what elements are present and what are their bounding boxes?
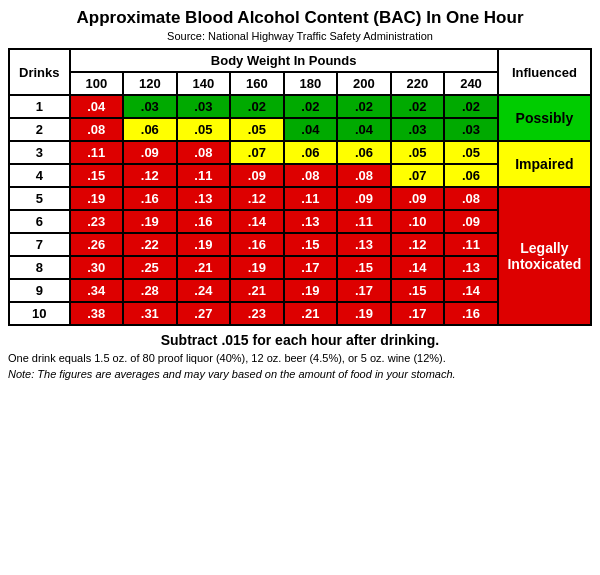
bac-value: .16: [177, 210, 231, 233]
bac-value: .09: [123, 141, 177, 164]
header-influenced: Influenced: [498, 49, 591, 95]
bac-value: .02: [444, 95, 498, 118]
drink-number: 10: [9, 302, 70, 325]
bac-value: .14: [391, 256, 445, 279]
bac-value: .11: [444, 233, 498, 256]
bac-value: .06: [123, 118, 177, 141]
bac-value: .30: [70, 256, 124, 279]
bac-value: .26: [70, 233, 124, 256]
main-title: Approximate Blood Alcohol Content (BAC) …: [8, 8, 592, 28]
weight-header-200: 200: [337, 72, 391, 95]
bac-value: .11: [177, 164, 231, 187]
bac-value: .12: [391, 233, 445, 256]
bac-value: .10: [391, 210, 445, 233]
drink-number: 4: [9, 164, 70, 187]
drink-number: 5: [9, 187, 70, 210]
header-drinks: Drinks: [9, 49, 70, 95]
influenced-possibly: Possibly: [498, 95, 591, 141]
bac-value: .34: [70, 279, 124, 302]
bac-value: .05: [444, 141, 498, 164]
bac-value: .03: [444, 118, 498, 141]
weight-header-180: 180: [284, 72, 338, 95]
bac-value: .03: [177, 95, 231, 118]
drink-number: 6: [9, 210, 70, 233]
bac-value: .25: [123, 256, 177, 279]
influenced-legally: Legally Intoxicated: [498, 187, 591, 325]
weight-header-240: 240: [444, 72, 498, 95]
bac-table: Drinks Body Weight In Pounds Influenced …: [8, 48, 592, 326]
source-label: Source: National Highway Traffic Safety …: [8, 30, 592, 42]
footer-note2: Note: The figures are averages and may v…: [8, 368, 592, 380]
bac-value: .09: [391, 187, 445, 210]
bac-value: .06: [337, 141, 391, 164]
drink-number: 9: [9, 279, 70, 302]
bac-value: .12: [123, 164, 177, 187]
bac-value: .23: [230, 302, 284, 325]
bac-value: .19: [230, 256, 284, 279]
bac-value: .12: [230, 187, 284, 210]
bac-value: .21: [177, 256, 231, 279]
bac-value: .16: [123, 187, 177, 210]
bac-value: .15: [337, 256, 391, 279]
weight-header-160: 160: [230, 72, 284, 95]
bac-value: .07: [391, 164, 445, 187]
bac-value: .17: [337, 279, 391, 302]
bac-value: .17: [391, 302, 445, 325]
bac-value: .19: [284, 279, 338, 302]
bac-value: .03: [123, 95, 177, 118]
bac-value: .04: [70, 95, 124, 118]
weight-header-220: 220: [391, 72, 445, 95]
bac-value: .14: [444, 279, 498, 302]
bac-value: .15: [391, 279, 445, 302]
bac-value: .08: [70, 118, 124, 141]
bac-value: .07: [230, 141, 284, 164]
bac-value: .11: [284, 187, 338, 210]
bac-value: .13: [337, 233, 391, 256]
table-row: 1.04.03.03.02.02.02.02.02Possibly: [9, 95, 591, 118]
drink-number: 8: [9, 256, 70, 279]
bac-value: .38: [70, 302, 124, 325]
bac-value: .22: [123, 233, 177, 256]
header-body-weight: Body Weight In Pounds: [70, 49, 498, 72]
bac-value: .03: [391, 118, 445, 141]
bac-value: .08: [444, 187, 498, 210]
bac-value: .16: [230, 233, 284, 256]
bac-value: .27: [177, 302, 231, 325]
bac-value: .09: [444, 210, 498, 233]
bac-value: .31: [123, 302, 177, 325]
weight-header-120: 120: [123, 72, 177, 95]
footer-note1: One drink equals 1.5 oz. of 80 proof liq…: [8, 352, 592, 364]
bac-value: .17: [284, 256, 338, 279]
bac-value: .13: [177, 187, 231, 210]
bac-value: .05: [177, 118, 231, 141]
influenced-impaired: Impaired: [498, 141, 591, 187]
bac-value: .02: [284, 95, 338, 118]
bac-value: .05: [391, 141, 445, 164]
bac-value: .23: [70, 210, 124, 233]
bac-value: .19: [337, 302, 391, 325]
bac-value: .21: [284, 302, 338, 325]
bac-value: .02: [230, 95, 284, 118]
bac-value: .09: [230, 164, 284, 187]
bac-value: .02: [337, 95, 391, 118]
bac-value: .19: [177, 233, 231, 256]
bac-value: .16: [444, 302, 498, 325]
weight-header-100: 100: [70, 72, 124, 95]
bac-value: .08: [337, 164, 391, 187]
bac-value: .11: [337, 210, 391, 233]
bac-value: .19: [70, 187, 124, 210]
bac-value: .21: [230, 279, 284, 302]
bac-value: .04: [337, 118, 391, 141]
bac-value: .08: [284, 164, 338, 187]
bac-value: .11: [70, 141, 124, 164]
bac-value: .13: [444, 256, 498, 279]
drink-number: 1: [9, 95, 70, 118]
bac-value: .04: [284, 118, 338, 141]
table-row: 5.19.16.13.12.11.09.09.08Legally Intoxic…: [9, 187, 591, 210]
bac-value: .19: [123, 210, 177, 233]
drink-number: 2: [9, 118, 70, 141]
bac-value: .02: [391, 95, 445, 118]
bac-value: .24: [177, 279, 231, 302]
bac-value: .06: [444, 164, 498, 187]
bac-value: .05: [230, 118, 284, 141]
